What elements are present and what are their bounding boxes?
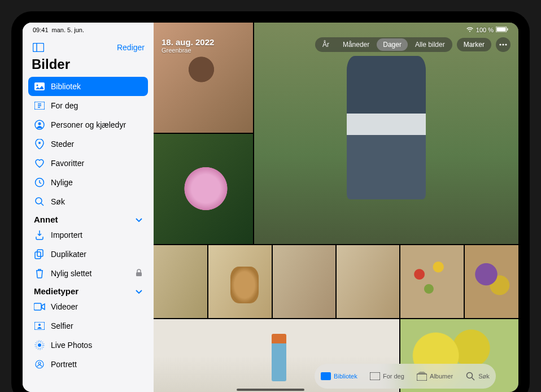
sidebar-toggle-icon[interactable] [32,42,45,53]
clock-icon [34,177,45,188]
sidebar-item-favorites[interactable]: Favoritter [28,154,148,173]
sidebar-item-library[interactable]: Bibliotek [28,77,148,96]
segment-years[interactable]: År [316,38,335,51]
segment-days[interactable]: Dager [377,38,408,51]
people-icon [34,119,45,130]
sidebar-item-portrait[interactable]: Portrett [28,355,148,374]
sidebar-item-recently-deleted[interactable]: Nylig slettet [28,264,148,283]
svg-line-32 [472,378,475,381]
sidebar-item-selfies[interactable]: Selfier [28,316,148,336]
svg-rect-29 [370,372,380,380]
sidebar-item-label: For deg [51,101,78,110]
svg-point-24 [38,362,41,364]
status-date: man. 5. jun. [52,27,84,33]
sidebar-item-foryou[interactable]: For deg [28,96,148,115]
sidebar-item-search[interactable]: Søk [28,192,148,211]
sidebar-item-label: Personer og kjæledyr [51,120,126,129]
svg-rect-3 [33,43,44,52]
portrait-icon [34,359,45,370]
photo-tile[interactable] [465,245,518,318]
sidebar-section-media[interactable]: Medietyper [28,283,148,297]
select-button[interactable]: Marker [457,38,491,51]
live-photos-icon [34,339,45,351]
photo-tile[interactable] [400,245,463,318]
sidebar-item-label: Bibliotek [51,82,81,91]
svg-point-9 [38,123,41,125]
tab-foryou[interactable]: For deg [364,368,410,385]
svg-rect-15 [37,250,43,256]
status-time: 09:41 [33,27,49,33]
date-text: 18. aug. 2022 [162,37,214,47]
sidebar-item-label: Søk [51,197,65,206]
sidebar-item-videos[interactable]: Videoer [28,297,148,316]
svg-rect-1 [497,28,506,32]
more-button[interactable] [496,37,511,52]
photo-tile[interactable] [337,245,399,318]
albums-icon [417,371,427,381]
tab-search[interactable]: Søk [460,368,495,385]
sidebar-item-label: Nylig slettet [51,269,91,278]
sidebar-item-label: Selfier [51,321,73,330]
chevron-down-icon [136,286,142,296]
tab-label: Søk [478,373,490,380]
sidebar-item-label: Live Photos [51,341,92,350]
location-text: Greenbrae [162,47,214,54]
sidebar-item-label: Importert [51,230,82,239]
bottom-tabbar: Bibliotek For deg Albumer Søk [315,364,496,389]
duplicate-icon [34,249,45,260]
sidebar-section-other[interactable]: Annet [28,211,148,225]
sidebar-item-label: Duplikater [51,250,86,259]
foryou-icon [370,371,380,381]
svg-rect-30 [417,374,427,381]
sidebar-item-duplicates[interactable]: Duplikater [28,245,148,264]
sidebar-item-label: Steder [51,140,74,149]
svg-rect-2 [507,28,508,31]
sidebar: Rediger Bilder Bibliotek For deg Persone… [23,23,154,392]
svg-point-6 [37,85,38,86]
selfie-icon [34,320,45,332]
places-icon [34,138,45,150]
sidebar-item-label: Portrett [51,360,77,369]
segment-months[interactable]: Måneder [337,38,376,51]
sidebar-title: Bilder [23,54,154,77]
sidebar-item-live[interactable]: Live Photos [28,336,148,355]
photo-tile[interactable] [208,245,271,318]
view-segmented-control[interactable]: År Måneder Dager Alle bilder [315,37,452,52]
content-area: 18. aug. 2022 Greenbrae År Måneder Dager… [154,23,518,392]
photo-tile[interactable] [254,23,518,244]
tab-library[interactable]: Bibliotek [315,368,363,385]
ellipsis-icon [499,43,507,46]
status-bar: 09:41 man. 5. jun. 100 % [23,23,518,35]
video-icon [34,301,45,312]
tab-label: Bibliotek [334,373,357,380]
svg-rect-14 [35,252,41,259]
photo-tile[interactable] [154,245,207,318]
svg-point-10 [38,142,41,144]
battery-text: 100 % [476,27,494,33]
tab-albums[interactable]: Albumer [411,368,459,385]
segment-allphotos[interactable]: Alle bilder [409,38,451,51]
edit-button[interactable]: Rediger [117,43,145,52]
svg-rect-16 [136,272,142,276]
wifi-icon [466,27,474,33]
search-icon [34,196,45,207]
chevron-down-icon [136,215,142,224]
section-label: Medietyper [34,286,78,296]
sidebar-item-label: Nylige [51,178,73,187]
sidebar-item-places[interactable]: Steder [28,134,148,154]
photo-tile[interactable] [273,245,335,318]
svg-point-12 [36,198,42,204]
sidebar-item-imported[interactable]: Importert [28,225,148,245]
home-indicator[interactable] [237,389,304,391]
date-header[interactable]: 18. aug. 2022 Greenbrae [162,37,214,54]
search-icon [465,371,475,381]
sidebar-item-people[interactable]: Personer og kjæledyr [28,115,148,134]
sidebar-item-recent[interactable]: Nylige [28,173,148,192]
svg-line-13 [41,203,43,206]
battery-icon [496,27,508,33]
photo-tile[interactable] [154,134,253,244]
tab-label: For deg [383,373,404,380]
lock-icon [136,269,142,278]
photo-grid[interactable] [154,23,518,392]
tab-label: Albumer [430,373,453,380]
